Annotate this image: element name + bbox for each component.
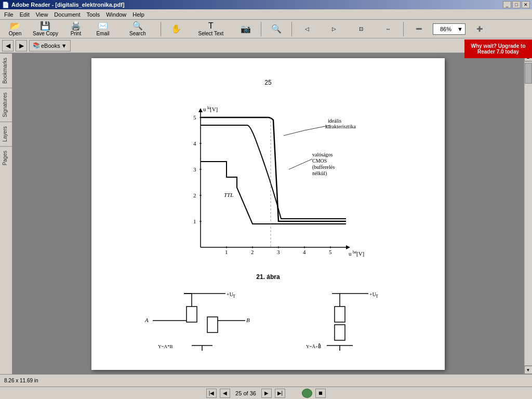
- prev-icon: ◁: [305, 26, 309, 32]
- titlebar-left: 📄 Adobe Reader - [digitalis_elektronika.…: [2, 2, 125, 8]
- left-circuit: +U T A B: [142, 291, 262, 353]
- signatures-tab[interactable]: Signatures: [0, 88, 12, 122]
- document-area: 25 1 2 3 4 5: [12, 53, 524, 374]
- audio-stop-button[interactable]: ⏹: [315, 389, 326, 398]
- zoom-out-icon: ➖: [416, 26, 422, 32]
- print-button[interactable]: 🖨️ Print: [63, 21, 89, 37]
- print-label: Print: [71, 31, 82, 36]
- main-toolbar: 📂 Open 💾 Save Copy 🖨️ Print ✉️ Email 🔍 S…: [0, 20, 532, 38]
- menu-tools[interactable]: Tools: [84, 10, 103, 19]
- zoom-box: ▼: [433, 23, 466, 35]
- last-page-button[interactable]: ▶|: [275, 389, 285, 398]
- fit-page-btn[interactable]: ⊡: [348, 21, 374, 37]
- zoom-dropdown-icon[interactable]: ▼: [457, 26, 463, 32]
- select-text-button[interactable]: T Select Text: [190, 21, 232, 37]
- fitwidth-icon: ↔: [385, 26, 391, 32]
- audio-play-button[interactable]: [302, 389, 312, 398]
- menu-edit[interactable]: Edit: [17, 10, 33, 19]
- svg-rect-60: [335, 325, 345, 340]
- next-icon: ▷: [332, 26, 336, 32]
- svg-rect-44: [187, 307, 197, 322]
- svg-text:5: 5: [329, 249, 332, 255]
- first-page-button[interactable]: |◀: [206, 389, 217, 398]
- zoom-plus-icon: ➕: [476, 26, 483, 32]
- svg-text:u: u: [203, 106, 206, 112]
- titlebar: 📄 Adobe Reader - [digitalis_elektronika.…: [0, 0, 532, 9]
- svg-text:B: B: [246, 317, 250, 323]
- zoom-input[interactable]: [435, 26, 456, 32]
- email-label: Email: [96, 31, 109, 36]
- scroll-track[interactable]: [524, 61, 533, 366]
- ebooks-button[interactable]: 📚 eBooks ▼: [29, 40, 71, 51]
- adobe-promo-banner[interactable]: Why wait? Upgrade to Reader 7.0 today: [464, 39, 532, 58]
- figure-caption: 21. ábra: [123, 273, 414, 281]
- circuit-diagrams: +U T A B: [123, 291, 414, 353]
- search-icon: 🔍: [132, 22, 143, 30]
- hand-tool-button[interactable]: ✋: [163, 21, 189, 37]
- svg-text:3: 3: [277, 249, 280, 255]
- toolbar-separator2: [261, 22, 261, 36]
- svg-text:4: 4: [303, 249, 306, 255]
- scroll-thumb[interactable]: [525, 63, 532, 84]
- page-content: 25 1 2 3 4 5: [91, 58, 445, 370]
- vertical-scrollbar[interactable]: ▲ ▼: [524, 53, 532, 374]
- titlebar-title: Adobe Reader - [digitalis_elektronika.pd…: [11, 2, 125, 8]
- svg-text:TTL: TTL: [224, 192, 233, 198]
- zoom-in-icon: 🔍: [271, 25, 282, 33]
- prev-page-btn[interactable]: ◁: [294, 21, 320, 37]
- next-page-btn[interactable]: ▷: [321, 21, 347, 37]
- menu-view[interactable]: View: [33, 10, 51, 19]
- svg-text:valóságos: valóságos: [312, 152, 333, 157]
- select-text-icon: T: [208, 22, 214, 30]
- toolbar-separator3: [291, 22, 292, 36]
- menu-help[interactable]: Help: [129, 10, 148, 19]
- svg-text:1: 1: [193, 218, 196, 224]
- search-button[interactable]: 🔍 Search: [117, 21, 158, 37]
- next-page-button[interactable]: ▶: [261, 389, 272, 398]
- app-icon: 📄: [2, 2, 9, 8]
- scroll-down-button[interactable]: ▼: [524, 366, 533, 374]
- svg-text:3: 3: [193, 166, 196, 172]
- save-icon: 💾: [40, 22, 50, 30]
- zoom-out-btn[interactable]: ➖: [406, 21, 432, 37]
- svg-text:nélkül): nélkül): [312, 170, 327, 177]
- svg-text:Y=Ā+B̄: Y=Ā+B̄: [306, 343, 321, 349]
- toolbar-separator4: [403, 22, 404, 36]
- svg-text:ideális: ideális: [328, 118, 341, 124]
- svg-text:T: T: [233, 294, 235, 299]
- svg-text:2: 2: [251, 249, 254, 255]
- bookmarks-tab[interactable]: Bookmarks: [0, 53, 12, 88]
- secondary-toolbar: ◀ ▶ 📚 eBooks ▼: [0, 38, 532, 53]
- svg-text:T: T: [376, 294, 378, 299]
- menu-file[interactable]: File: [1, 10, 17, 19]
- minimize-button[interactable]: _: [503, 1, 511, 8]
- svg-marker-3: [198, 108, 203, 112]
- layers-tab[interactable]: Layers: [0, 122, 12, 146]
- open-button[interactable]: 📂 Open: [2, 21, 28, 37]
- svg-text:[V]: [V]: [356, 250, 364, 257]
- svg-line-35: [289, 159, 312, 169]
- sidebar: Bookmarks Signatures Layers Pages: [0, 53, 12, 374]
- fit-width-btn[interactable]: ↔: [375, 21, 401, 37]
- save-copy-button[interactable]: 💾 Save Copy: [29, 21, 62, 37]
- zoom-in-button[interactable]: 🔍: [263, 21, 289, 37]
- close-button[interactable]: ✕: [522, 1, 530, 8]
- print-icon: 🖨️: [71, 22, 81, 30]
- menu-window[interactable]: Window: [103, 10, 129, 19]
- zoom-increase-btn[interactable]: ➕: [467, 21, 493, 37]
- menu-document[interactable]: Document: [51, 10, 83, 19]
- email-icon: ✉️: [98, 22, 108, 30]
- open-label: Open: [9, 31, 21, 36]
- forward-nav-button[interactable]: ▶: [16, 40, 27, 51]
- pages-tab[interactable]: Pages: [0, 146, 12, 169]
- hand-icon: ✋: [171, 25, 181, 33]
- svg-rect-58: [335, 307, 345, 322]
- email-button[interactable]: ✉️ Email: [90, 21, 116, 37]
- page-nav-display: 25 of 36: [235, 390, 256, 396]
- back-nav-button[interactable]: ◀: [2, 40, 14, 51]
- prev-page-button[interactable]: ◀: [220, 389, 230, 398]
- snapshot-button[interactable]: 📷: [233, 21, 259, 37]
- svg-text:[V]: [V]: [210, 106, 218, 112]
- maximize-button[interactable]: □: [512, 1, 521, 8]
- svg-text:karakterisztika: karakterisztika: [325, 124, 356, 129]
